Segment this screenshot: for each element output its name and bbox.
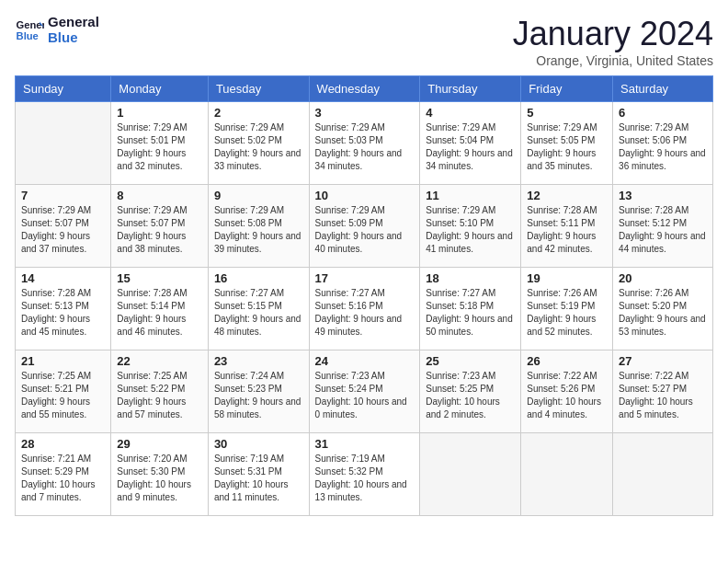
calendar-cell: 12Sunrise: 7:28 AMSunset: 5:11 PMDayligh… [521, 185, 613, 268]
day-info: Sunrise: 7:26 AMSunset: 5:19 PMDaylight:… [527, 287, 607, 339]
day-number: 6 [619, 106, 707, 120]
day-number: 31 [315, 437, 415, 451]
day-number: 7 [21, 189, 105, 202]
calendar-cell: 24Sunrise: 7:23 AMSunset: 5:24 PMDayligh… [309, 350, 420, 433]
logo-icon: General Blue [15, 16, 44, 45]
day-info: Sunrise: 7:29 AMSunset: 5:07 PMDaylight:… [117, 204, 202, 256]
day-info: Sunrise: 7:27 AMSunset: 5:18 PMDaylight:… [426, 287, 515, 339]
day-info: Sunrise: 7:29 AMSunset: 5:07 PMDaylight:… [21, 204, 105, 256]
day-info: Sunrise: 7:29 AMSunset: 5:02 PMDaylight:… [214, 121, 303, 173]
day-info: Sunrise: 7:20 AMSunset: 5:30 PMDaylight:… [117, 453, 202, 504]
calendar-cell: 1Sunrise: 7:29 AMSunset: 5:01 PMDaylight… [111, 102, 209, 185]
calendar-cell: 13Sunrise: 7:28 AMSunset: 5:12 PMDayligh… [613, 185, 713, 268]
header-day: Sunday [16, 76, 111, 102]
day-number: 8 [117, 189, 202, 202]
calendar-cell: 23Sunrise: 7:24 AMSunset: 5:23 PMDayligh… [208, 350, 309, 433]
day-info: Sunrise: 7:24 AMSunset: 5:23 PMDaylight:… [214, 370, 303, 421]
day-number: 23 [214, 354, 303, 368]
day-number: 20 [619, 271, 707, 285]
day-info: Sunrise: 7:27 AMSunset: 5:15 PMDaylight:… [214, 287, 303, 339]
day-number: 22 [117, 354, 202, 368]
day-info: Sunrise: 7:21 AMSunset: 5:29 PMDaylight:… [21, 453, 105, 504]
calendar-cell: 19Sunrise: 7:26 AMSunset: 5:19 PMDayligh… [521, 268, 613, 350]
day-number: 18 [426, 271, 515, 285]
day-info: Sunrise: 7:29 AMSunset: 5:05 PMDaylight:… [527, 121, 607, 173]
day-number: 1 [117, 106, 202, 120]
calendar-cell: 11Sunrise: 7:29 AMSunset: 5:10 PMDayligh… [420, 185, 521, 268]
day-number: 2 [214, 106, 303, 120]
logo: General Blue General Blue [15, 15, 99, 45]
calendar-table: SundayMondayTuesdayWednesdayThursdayFrid… [15, 75, 713, 516]
calendar-title: January 2024 [513, 15, 713, 53]
header: General Blue General Blue January 2024 O… [15, 15, 713, 68]
day-number: 14 [21, 271, 105, 285]
day-info: Sunrise: 7:29 AMSunset: 5:09 PMDaylight:… [315, 204, 415, 256]
day-number: 29 [117, 437, 202, 451]
calendar-cell [521, 433, 613, 516]
day-info: Sunrise: 7:29 AMSunset: 5:06 PMDaylight:… [619, 121, 707, 173]
day-info: Sunrise: 7:29 AMSunset: 5:10 PMDaylight:… [426, 204, 515, 256]
day-number: 12 [527, 189, 607, 202]
day-number: 5 [527, 106, 607, 120]
calendar-cell: 5Sunrise: 7:29 AMSunset: 5:05 PMDaylight… [521, 102, 613, 185]
calendar-cell: 2Sunrise: 7:29 AMSunset: 5:02 PMDaylight… [208, 102, 309, 185]
day-number: 15 [117, 271, 202, 285]
calendar-cell: 3Sunrise: 7:29 AMSunset: 5:03 PMDaylight… [309, 102, 420, 185]
calendar-week-row: 7Sunrise: 7:29 AMSunset: 5:07 PMDaylight… [16, 185, 713, 268]
day-number: 21 [21, 354, 105, 368]
day-number: 9 [214, 189, 303, 202]
calendar-cell [420, 433, 521, 516]
day-number: 30 [214, 437, 303, 451]
day-info: Sunrise: 7:28 AMSunset: 5:14 PMDaylight:… [117, 287, 202, 339]
day-info: Sunrise: 7:29 AMSunset: 5:08 PMDaylight:… [214, 204, 303, 256]
day-info: Sunrise: 7:19 AMSunset: 5:32 PMDaylight:… [315, 453, 415, 504]
day-number: 10 [315, 189, 415, 202]
calendar-cell: 21Sunrise: 7:25 AMSunset: 5:21 PMDayligh… [16, 350, 111, 433]
day-info: Sunrise: 7:29 AMSunset: 5:01 PMDaylight:… [117, 121, 202, 173]
header-day: Saturday [613, 76, 713, 102]
day-number: 25 [426, 354, 515, 368]
day-info: Sunrise: 7:23 AMSunset: 5:24 PMDaylight:… [315, 370, 415, 421]
day-number: 28 [21, 437, 105, 451]
calendar-cell [613, 433, 713, 516]
day-number: 17 [315, 271, 415, 285]
calendar-cell: 26Sunrise: 7:22 AMSunset: 5:26 PMDayligh… [521, 350, 613, 433]
calendar-subtitle: Orange, Virginia, United States [513, 53, 713, 68]
day-info: Sunrise: 7:29 AMSunset: 5:04 PMDaylight:… [426, 121, 515, 173]
day-number: 3 [315, 106, 415, 120]
calendar-cell: 20Sunrise: 7:26 AMSunset: 5:20 PMDayligh… [613, 268, 713, 350]
calendar-cell: 29Sunrise: 7:20 AMSunset: 5:30 PMDayligh… [111, 433, 209, 516]
logo-general: General [48, 15, 99, 30]
header-day: Thursday [420, 76, 521, 102]
calendar-cell: 18Sunrise: 7:27 AMSunset: 5:18 PMDayligh… [420, 268, 521, 350]
calendar-cell: 31Sunrise: 7:19 AMSunset: 5:32 PMDayligh… [309, 433, 420, 516]
calendar-week-row: 14Sunrise: 7:28 AMSunset: 5:13 PMDayligh… [16, 268, 713, 350]
day-info: Sunrise: 7:29 AMSunset: 5:03 PMDaylight:… [315, 121, 415, 173]
day-number: 16 [214, 271, 303, 285]
calendar-cell: 10Sunrise: 7:29 AMSunset: 5:09 PMDayligh… [309, 185, 420, 268]
calendar-cell [16, 102, 111, 185]
header-day: Monday [111, 76, 209, 102]
day-number: 24 [315, 354, 415, 368]
calendar-cell: 9Sunrise: 7:29 AMSunset: 5:08 PMDaylight… [208, 185, 309, 268]
calendar-cell: 15Sunrise: 7:28 AMSunset: 5:14 PMDayligh… [111, 268, 209, 350]
day-info: Sunrise: 7:26 AMSunset: 5:20 PMDaylight:… [619, 287, 707, 339]
calendar-cell: 7Sunrise: 7:29 AMSunset: 5:07 PMDaylight… [16, 185, 111, 268]
calendar-cell: 27Sunrise: 7:22 AMSunset: 5:27 PMDayligh… [613, 350, 713, 433]
calendar-week-row: 1Sunrise: 7:29 AMSunset: 5:01 PMDaylight… [16, 102, 713, 185]
day-info: Sunrise: 7:25 AMSunset: 5:22 PMDaylight:… [117, 370, 202, 421]
logo-blue: Blue [48, 30, 99, 46]
calendar-week-row: 28Sunrise: 7:21 AMSunset: 5:29 PMDayligh… [16, 433, 713, 516]
day-info: Sunrise: 7:28 AMSunset: 5:12 PMDaylight:… [619, 204, 707, 256]
header-day: Tuesday [208, 76, 309, 102]
day-info: Sunrise: 7:28 AMSunset: 5:11 PMDaylight:… [527, 204, 607, 256]
header-row: SundayMondayTuesdayWednesdayThursdayFrid… [16, 76, 713, 102]
calendar-cell: 8Sunrise: 7:29 AMSunset: 5:07 PMDaylight… [111, 185, 209, 268]
day-info: Sunrise: 7:22 AMSunset: 5:27 PMDaylight:… [619, 370, 707, 421]
calendar-cell: 4Sunrise: 7:29 AMSunset: 5:04 PMDaylight… [420, 102, 521, 185]
day-info: Sunrise: 7:22 AMSunset: 5:26 PMDaylight:… [527, 370, 607, 421]
title-area: January 2024 Orange, Virginia, United St… [513, 15, 713, 68]
calendar-week-row: 21Sunrise: 7:25 AMSunset: 5:21 PMDayligh… [16, 350, 713, 433]
day-number: 26 [527, 354, 607, 368]
calendar-cell: 28Sunrise: 7:21 AMSunset: 5:29 PMDayligh… [16, 433, 111, 516]
